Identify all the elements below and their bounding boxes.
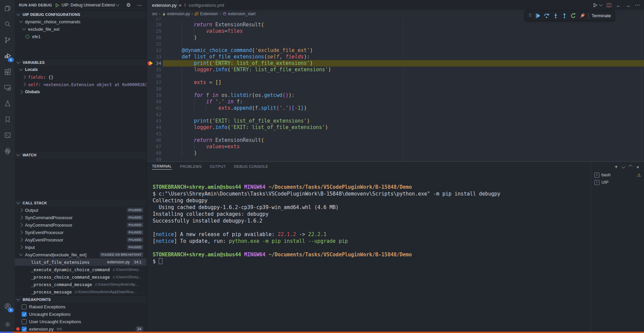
start-debugging-icon[interactable] [55,3,59,7]
go-back-icon[interactable]: ← [616,2,621,8]
callstack-thread-AsyCommand[exclude_file_ext][interactable]: AsyCommand[exclude_file_ext]PAUSED ON BR… [15,251,147,258]
line-number[interactable]: 40 [147,99,161,105]
code-editor[interactable]: 2728 return ExtensionResult(29 values=fi… [147,18,644,161]
debug-config-dropdown[interactable]: UIP: Debug Universal Extensi [61,3,122,7]
line-number[interactable]: 43 [147,118,161,124]
callstack-frame-_process_choice_command_message[interactable]: _process_choice_command_messagec:\Users\… [15,273,147,281]
terminal-item-uip[interactable]: ❯ UIP [591,179,644,186]
extensions-icon[interactable] [0,65,15,78]
line-number[interactable]: 49 [147,156,161,161]
callstack-thread-AsyCommandProcessor[interactable]: AsyCommandProcessorPAUSED [15,221,147,229]
callstack-thread-AsyEventProcessor[interactable]: AsyEventProcessorPAUSED [15,236,147,244]
chevron-down-icon[interactable] [599,2,602,6]
code-line-33[interactable]: 33 def list_of_file_extensions(self, fie… [147,54,644,60]
code-line-44[interactable]: 44 logger.info('EXIT: list_of_file_exten… [147,124,644,131]
section-breakpoints[interactable]: BREAKPOINTS [15,296,147,303]
run-or-debug-icon[interactable] [593,3,598,8]
variable-row[interactable]: self: <extension.Extension object at 0x0… [15,81,147,88]
toolbar-drag-grip-icon[interactable]: ⠿ [529,14,532,17]
callstack-frame-_process_command_message[interactable]: _process_command_messagec:\Users\ShreyAm… [15,281,147,288]
disconnect-button[interactable] [579,12,585,19]
code-line-34[interactable]: 34 print('ENTRY: list_of_file_extensions… [147,60,644,67]
step-into-button[interactable] [552,12,558,19]
code-line-37[interactable]: 37 exts = [] [147,79,644,86]
line-number[interactable]: 41 [147,105,161,111]
code-line-28[interactable]: 28 return ExtensionResult( [147,22,644,28]
breakpoint-row-Raised Exceptions[interactable]: Raised Exceptions [15,303,147,310]
remote-explorer-icon[interactable] [0,81,15,94]
code-line-42[interactable]: 42 [147,111,644,118]
status-bar[interactable] [0,332,644,333]
account-icon[interactable]: 1 [0,299,15,313]
settings-gear-icon[interactable] [0,317,15,331]
step-over-button[interactable] [544,12,549,19]
breakpoint-checkbox[interactable] [22,304,27,309]
breakpoint-checkbox[interactable] [22,327,27,332]
line-number[interactable]: 28 [147,22,161,28]
split-editor-icon[interactable] [607,3,612,8]
code-line-43[interactable]: 43 print('EXIT: list_of_file_extensions'… [147,118,644,124]
step-out-button[interactable] [562,12,567,19]
line-number[interactable]: 37 [147,79,161,86]
code-line-45[interactable]: 45 [147,131,644,137]
code-line-49[interactable]: 49 [147,156,644,161]
section-watch[interactable]: WATCH [15,151,147,158]
bookmarks-icon[interactable] [0,112,15,126]
line-number[interactable]: 46 [147,137,161,144]
code-line-39[interactable]: 39 for f in os.listdir(os.getcwd()): [147,92,644,99]
breadcrumb-extension-class[interactable]: Extension [195,11,218,16]
line-number[interactable]: 47 [147,144,161,150]
line-number[interactable]: 42 [147,111,161,118]
callstack-thread-SynEventProcessor[interactable]: SynEventProcessorPAUSED [15,229,147,236]
python-icon[interactable] [0,144,15,158]
uip-config-item-exclude_file_ext[interactable]: exclude_file_ext [15,25,147,33]
code-line-48[interactable]: 48 ) [147,150,644,156]
sidebar-more-actions-icon[interactable]: ⋯ [137,2,142,8]
uip-config-item-efe1[interactable]: efe1 [15,33,147,40]
debug-settings-gear-icon[interactable]: ⚙ [126,2,131,8]
line-number[interactable]: 27 [147,18,161,22]
section-variables[interactable]: VARIABLES [15,58,147,66]
line-number[interactable]: 48 [147,150,161,156]
terminate-button[interactable]: Terminate [592,13,611,18]
code-line-41[interactable]: 41 exts.append(f.split('.')[-1]) [147,105,644,111]
callstack-frame-_process_message[interactable]: _process_messagec:\Users\ShreyAmin\AppDa… [15,288,147,296]
terminal-file-icon[interactable] [0,128,15,142]
section-call-stack[interactable]: CALL STACK [15,199,147,206]
line-number[interactable]: 32 [147,47,161,54]
code-line-38[interactable]: 38 [147,86,644,92]
line-number[interactable]: 38 [147,86,161,92]
code-line-32[interactable]: 32 @dynamic_choice_command('exclude_file… [147,47,644,54]
uip-config-item-dynamic_choice_commands[interactable]: dynamic_choice_commands [15,18,147,25]
line-number[interactable]: 31 [147,41,161,47]
code-line-36[interactable]: 36 [147,73,644,79]
tab-configurations-yml[interactable]: ! configurations.yml [180,0,220,10]
code-line-30[interactable]: 30 ) [147,34,644,41]
section-uip-debug-configurations[interactable]: UIP DEBUG CONFIGURATIONS [15,10,147,18]
more-actions-icon[interactable]: ⋯ [635,2,640,8]
callstack-frame-list_of_file_extensions[interactable]: list_of_file_extensionsextension.py34:1 [15,258,147,266]
line-number[interactable]: 34 [147,60,161,67]
continue-button[interactable] [535,12,541,19]
line-number[interactable]: 36 [147,73,161,79]
breakpoint-checkbox[interactable] [22,319,27,324]
editor-scrollbar[interactable] [641,18,642,161]
search-icon[interactable] [0,17,15,31]
remote-indicator[interactable] [0,332,13,333]
line-number[interactable]: 30 [147,34,161,41]
breakpoint-checkbox[interactable] [22,312,27,317]
breadcrumb-extension-py[interactable]: extension.py [162,11,190,16]
code-line-31[interactable]: 31 [147,41,644,47]
callstack-thread-Output[interactable]: OutputPAUSED [15,206,147,214]
explorer-icon[interactable] [0,1,15,15]
line-number[interactable]: 44 [147,124,161,131]
breakpoint-row-User Uncaught Exceptions[interactable]: User Uncaught Exceptions [15,318,147,325]
code-line-35[interactable]: 35 logger.info('ENTRY: list_of_file_exte… [147,67,644,73]
run-debug-icon[interactable]: 1 [0,49,15,62]
restart-button[interactable] [570,12,576,19]
callstack-thread-SynCommandProcessor[interactable]: SynCommandProcessorPAUSED [15,214,147,221]
breadcrumb-extension-start[interactable]: extension_start [223,11,255,16]
line-number[interactable]: 29 [147,28,161,34]
source-control-icon[interactable] [0,33,15,47]
breakpoint-row-Uncaught Exceptions[interactable]: Uncaught Exceptions [15,310,147,318]
